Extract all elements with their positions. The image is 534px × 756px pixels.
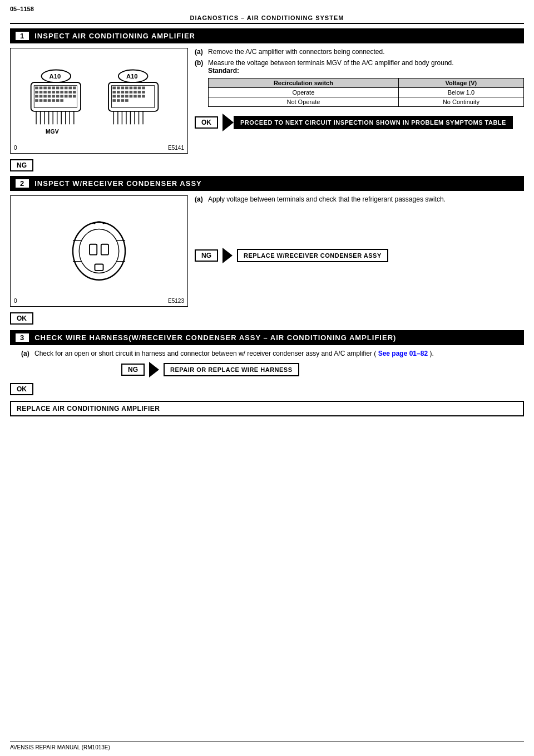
label1a: (a) bbox=[195, 48, 205, 56]
diagram1-zero: 0 bbox=[14, 145, 17, 151]
svg-rect-10 bbox=[60, 87, 63, 90]
page-footer: AVENSIS REPAIR MANUAL (RM1013E) bbox=[10, 742, 524, 750]
svg-rect-56 bbox=[112, 87, 116, 90]
svg-rect-33 bbox=[73, 95, 76, 98]
svg-rect-58 bbox=[121, 87, 125, 90]
svg-rect-71 bbox=[142, 91, 145, 94]
svg-rect-16 bbox=[43, 91, 47, 94]
ng-arrow3 bbox=[149, 362, 159, 377]
svg-rect-30 bbox=[60, 95, 63, 98]
body-text3b: ). bbox=[429, 350, 433, 357]
svg-rect-15 bbox=[39, 91, 43, 94]
svg-rect-62 bbox=[138, 87, 141, 90]
svg-rect-18 bbox=[52, 91, 55, 94]
table-header-voltage: Voltage (V) bbox=[398, 78, 523, 88]
svg-rect-76 bbox=[130, 95, 133, 98]
svg-rect-24 bbox=[35, 95, 38, 98]
svg-rect-32 bbox=[68, 95, 72, 98]
page-number: 05–1158 bbox=[10, 6, 524, 12]
body-label3: (a) bbox=[21, 350, 29, 357]
section3-ng-row: NG REPAIR OR REPLACE WIRE HARNESS bbox=[121, 362, 524, 377]
svg-rect-26 bbox=[43, 95, 47, 98]
svg-rect-4 bbox=[35, 87, 38, 90]
ng-action3: REPAIR OR REPLACE WIRE HARNESS bbox=[164, 363, 299, 376]
section1-diagram: A10 bbox=[10, 48, 188, 154]
section1-content: A10 bbox=[10, 48, 524, 154]
table-cell-notoperate: Not Operate bbox=[209, 97, 399, 107]
svg-rect-31 bbox=[65, 95, 68, 98]
section3-header: 3 CHECK WIRE HARNESS(W/RECEIVER CONDENSE… bbox=[10, 330, 524, 345]
svg-rect-27 bbox=[48, 95, 51, 98]
svg-rect-12 bbox=[68, 87, 72, 90]
svg-rect-23 bbox=[73, 91, 76, 94]
svg-rect-79 bbox=[142, 95, 145, 98]
body-text3a: Check for an open or short circuit in ha… bbox=[34, 350, 376, 357]
ok-label1: OK bbox=[195, 116, 218, 129]
section1-instructions: (a) Remove the A/C amplifier with connec… bbox=[195, 48, 524, 154]
instruction1b: (b) Measure the voltage between terminal… bbox=[195, 59, 524, 110]
svg-rect-28 bbox=[52, 95, 55, 98]
svg-rect-29 bbox=[56, 95, 60, 98]
ok-arrow1 bbox=[222, 114, 234, 131]
svg-rect-21 bbox=[65, 91, 68, 94]
ok-proceed-text1: PROCEED TO NEXT CIRCUIT INSPECTION SHOWN… bbox=[234, 116, 513, 129]
table-row: Not Operate No Continuity bbox=[209, 97, 524, 107]
svg-rect-96 bbox=[95, 264, 103, 271]
svg-rect-72 bbox=[112, 95, 116, 98]
svg-text:A10: A10 bbox=[50, 73, 61, 80]
section1-number: 1 bbox=[16, 32, 29, 40]
svg-rect-81 bbox=[117, 99, 120, 102]
standard-table: Recirculation switch Voltage (V) Operate… bbox=[208, 78, 524, 107]
svg-rect-68 bbox=[130, 91, 133, 94]
table-cell-nocont: No Continuity bbox=[398, 97, 523, 107]
ng-label2: NG bbox=[195, 249, 218, 262]
section2-diagram: 0 E5123 bbox=[10, 195, 188, 307]
body-link3[interactable]: See page 01–82 bbox=[378, 350, 428, 357]
ng-label3: NG bbox=[121, 364, 145, 376]
svg-rect-17 bbox=[48, 91, 51, 94]
svg-rect-80 bbox=[112, 99, 116, 102]
text1b: Measure the voltage between terminals MG… bbox=[208, 59, 524, 110]
section3-title: CHECK WIRE HARNESS(W/RECEIVER CONDENSER … bbox=[34, 333, 396, 342]
svg-rect-35 bbox=[39, 99, 43, 102]
svg-rect-74 bbox=[121, 95, 125, 98]
ok-arrow-box1: PROCEED TO NEXT CIRCUIT INSPECTION SHOWN… bbox=[222, 114, 513, 131]
diagram1-code: E5141 bbox=[168, 145, 184, 151]
svg-rect-39 bbox=[56, 99, 60, 102]
section1-title: INSPECT AIR CONDITIONING AMPLIFIER bbox=[34, 32, 195, 40]
svg-rect-67 bbox=[125, 91, 128, 94]
svg-rect-9 bbox=[56, 87, 60, 90]
svg-rect-22 bbox=[68, 91, 72, 94]
section3-number: 3 bbox=[16, 333, 29, 342]
ng-action2: REPLACE W/RECEIVER CONDENSER ASSY bbox=[237, 249, 388, 262]
svg-rect-77 bbox=[134, 95, 137, 98]
svg-rect-65 bbox=[117, 91, 120, 94]
svg-rect-82 bbox=[121, 99, 125, 102]
svg-rect-6 bbox=[43, 87, 47, 90]
svg-rect-8 bbox=[52, 87, 55, 90]
label2a: (a) bbox=[195, 195, 205, 203]
svg-rect-66 bbox=[121, 91, 125, 94]
svg-rect-95 bbox=[101, 244, 108, 255]
ng-arrow2 bbox=[222, 248, 233, 263]
svg-rect-5 bbox=[39, 87, 43, 90]
diagram2-code: E5123 bbox=[168, 298, 184, 304]
text1a: Remove the A/C amplifier with connectors… bbox=[208, 48, 524, 56]
svg-rect-61 bbox=[134, 87, 137, 90]
section2-header: 2 INSPECT W/RECEIVER CONDENSER ASSY bbox=[10, 176, 524, 191]
svg-rect-20 bbox=[60, 91, 63, 94]
svg-text:A10: A10 bbox=[126, 73, 138, 80]
final-section: REPLACE AIR CONDITIONING AMPLIFIER bbox=[10, 401, 524, 416]
instruction1a: (a) Remove the A/C amplifier with connec… bbox=[195, 48, 524, 56]
svg-rect-7 bbox=[48, 87, 51, 90]
section2-ok-box: OK bbox=[10, 312, 524, 325]
svg-text:MGV: MGV bbox=[46, 129, 59, 135]
svg-point-93 bbox=[79, 229, 119, 273]
page-header: DIAGNOSTICS – AIR CONDITIONING SYSTEM bbox=[10, 14, 524, 24]
standard-label: Standard: bbox=[208, 67, 239, 75]
svg-rect-54 bbox=[108, 82, 158, 111]
table-cell-below1: Below 1.0 bbox=[398, 88, 523, 97]
section3-ok-box: OK bbox=[10, 383, 524, 395]
svg-rect-38 bbox=[52, 99, 55, 102]
svg-rect-60 bbox=[130, 87, 133, 90]
